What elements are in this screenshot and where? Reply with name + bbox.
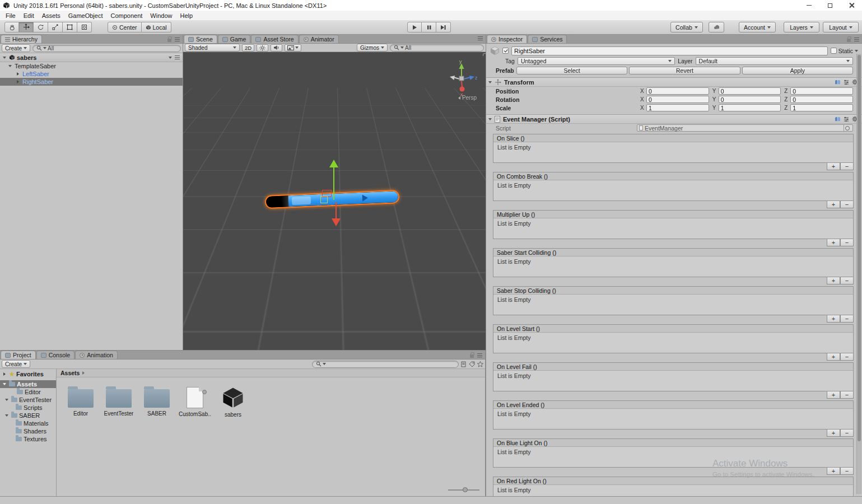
help-book-icon[interactable] [835, 80, 841, 85]
hierarchy-item-leftsaber[interactable]: LeftSaber [0, 70, 183, 78]
scale-z-field[interactable] [790, 104, 853, 111]
foldout-icon[interactable] [488, 118, 492, 120]
lock-icon[interactable] [167, 39, 171, 42]
gizmos-dropdown[interactable]: Gizmos [357, 44, 388, 52]
remove-event-button[interactable]: − [840, 315, 854, 323]
prefab-apply-button[interactable]: Apply [742, 67, 853, 74]
menu-window[interactable]: Window [146, 12, 176, 20]
tree-item-shaders[interactable]: Shaders [0, 427, 56, 435]
scene-lighting-button[interactable] [257, 44, 268, 52]
foldout-icon[interactable] [3, 383, 6, 385]
hierarchy-search-input[interactable]: All [32, 45, 181, 52]
slider-knob[interactable] [463, 487, 468, 492]
maximize-button[interactable] [819, 0, 841, 11]
transform-component-header[interactable]: Transform [486, 77, 862, 87]
rotation-toggle-button[interactable]: Local [142, 22, 171, 32]
asset-item-editor[interactable]: Editor [64, 386, 97, 418]
scene-menu-icon[interactable] [175, 55, 180, 59]
inspector-scrollbar[interactable] [856, 54, 861, 494]
pivot-toggle-button[interactable]: Center [108, 22, 142, 32]
lock-icon[interactable] [847, 39, 851, 42]
lock-icon[interactable] [470, 354, 474, 358]
transform-tool-button[interactable] [77, 22, 92, 32]
play-button[interactable] [407, 22, 422, 32]
panel-menu-icon[interactable] [175, 38, 180, 41]
tree-item-textures[interactable]: Textures [0, 435, 56, 443]
asset-item-customsaber[interactable]: CustomSab... [179, 386, 211, 418]
scene-orientation-gizmo[interactable]: y z x [446, 59, 478, 98]
help-book-icon[interactable] [835, 116, 841, 122]
move-tool-button[interactable] [19, 22, 34, 32]
hierarchy-item-rightsaber[interactable]: RightSaber [0, 78, 183, 86]
asset-item-sabers-scene[interactable]: sabers [217, 386, 249, 418]
menu-assets[interactable]: Assets [38, 12, 64, 20]
layout-button[interactable]: Layout [823, 22, 859, 32]
tab-services[interactable]: Services [528, 35, 567, 43]
foldout-icon[interactable] [8, 65, 12, 67]
rect-tool-button[interactable] [63, 22, 77, 32]
remove-event-button[interactable]: − [840, 468, 854, 475]
project-search-input[interactable] [312, 361, 459, 368]
foldout-icon[interactable] [3, 57, 6, 59]
add-event-button[interactable]: + [827, 163, 840, 170]
asset-zoom-slider[interactable] [448, 487, 479, 492]
menu-edit[interactable]: Edit [20, 12, 38, 20]
scale-y-field[interactable] [719, 104, 781, 111]
add-event-button[interactable]: + [827, 201, 840, 208]
remove-event-button[interactable]: − [840, 201, 854, 208]
tab-scene[interactable]: Scene [184, 35, 217, 43]
remove-event-button[interactable]: − [840, 391, 854, 399]
active-checkbox[interactable] [502, 48, 509, 54]
tree-item-eventtester[interactable]: EventTester [0, 396, 56, 404]
account-button[interactable]: Account [739, 22, 776, 32]
pause-button[interactable] [422, 22, 436, 32]
rotation-y-field[interactable] [719, 96, 781, 103]
favorites-section[interactable]: Favorites [0, 370, 56, 378]
foldout-icon[interactable] [5, 399, 8, 401]
tree-item-scripts[interactable]: Scripts [0, 404, 56, 412]
search-by-type-icon[interactable] [461, 361, 467, 367]
step-button[interactable] [436, 22, 451, 32]
tab-asset-store[interactable]: Asset Store [251, 35, 298, 43]
menu-file[interactable]: File [2, 12, 20, 20]
foldout-icon[interactable] [3, 372, 6, 376]
event-manager-component-header[interactable]: Event Manager (Script) [486, 114, 862, 124]
menu-component[interactable]: Component [106, 12, 146, 20]
tag-dropdown[interactable]: Untagged [518, 57, 675, 65]
tab-game[interactable]: Game [218, 35, 251, 43]
remove-event-button[interactable]: − [840, 239, 854, 246]
x-axis-arrowhead-icon[interactable] [332, 218, 341, 226]
chevron-down-icon[interactable] [855, 50, 858, 52]
2d-toggle-button[interactable]: 2D [242, 44, 254, 52]
add-event-button[interactable]: + [827, 277, 840, 284]
add-event-button[interactable]: + [827, 391, 840, 399]
scene-audio-button[interactable] [271, 44, 282, 52]
tab-animation[interactable]: Animation [75, 351, 118, 359]
add-event-button[interactable]: + [827, 468, 840, 475]
y-axis-gizmo-arrow[interactable] [333, 167, 334, 200]
shading-mode-dropdown[interactable]: Shaded [185, 44, 240, 52]
rotate-tool-button[interactable] [34, 22, 48, 32]
hierarchy-create-button[interactable]: Create [2, 44, 30, 52]
cloud-services-button[interactable] [709, 22, 724, 32]
rotation-z-field[interactable] [790, 96, 853, 103]
foldout-icon[interactable] [5, 414, 8, 417]
y-axis-arrowhead-icon[interactable] [329, 160, 338, 167]
favorite-search-icon[interactable] [477, 361, 483, 367]
foldout-icon[interactable] [17, 80, 19, 83]
menu-help[interactable]: Help [176, 12, 197, 20]
add-event-button[interactable]: + [827, 315, 840, 323]
foldout-icon[interactable] [17, 72, 19, 76]
tab-hierarchy[interactable]: Hierarchy [1, 35, 42, 43]
tree-item-editor[interactable]: Editor [0, 388, 56, 396]
tab-animator[interactable]: Animator [299, 35, 339, 43]
position-y-field[interactable] [719, 87, 781, 95]
scrollbar-thumb[interactable] [858, 55, 861, 441]
minimize-button[interactable] [798, 0, 819, 11]
remove-event-button[interactable]: − [840, 430, 854, 437]
projection-toggle[interactable]: Persp [458, 95, 477, 101]
collab-button[interactable]: Collab [670, 22, 703, 32]
asset-item-saber[interactable]: SABER [141, 386, 173, 418]
position-z-field[interactable] [790, 87, 853, 95]
hand-tool-button[interactable] [4, 22, 19, 32]
